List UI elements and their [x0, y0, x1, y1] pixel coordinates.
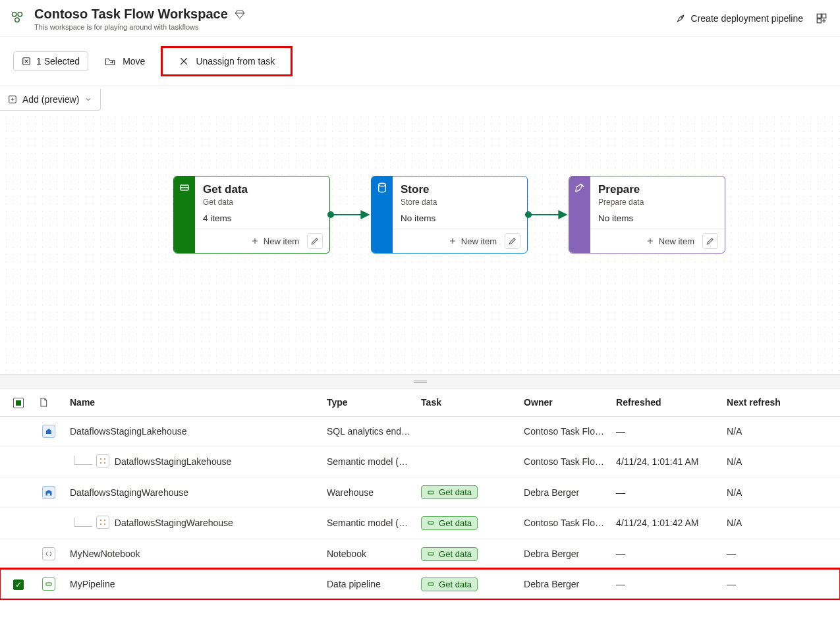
row-checkbox[interactable]: ✓: [13, 579, 24, 590]
panel-splitter[interactable]: [0, 374, 840, 389]
task-badge-icon: [427, 580, 435, 588]
card-title: Store: [401, 183, 519, 196]
svg-rect-5: [822, 14, 826, 18]
item-refreshed: 4/11/24, 1:01:41 AM: [611, 446, 721, 477]
item-type: Notebook: [322, 539, 416, 569]
card-subtitle: Get data: [203, 198, 322, 207]
card-stripe: [372, 176, 393, 253]
new-item-button[interactable]: New item: [448, 236, 497, 246]
table-row[interactable]: DataflowsStagingWarehouseWarehouseGet da…: [0, 477, 840, 508]
selection-toolbar: 1 Selected Move Unassign from task: [0, 37, 840, 86]
items-table: Name Type Task Owner Refreshed Next refr…: [0, 389, 840, 600]
select-all-checkbox[interactable]: [13, 398, 24, 408]
card-subtitle: Store data: [401, 198, 519, 207]
table-row[interactable]: DataflowsStagingLakehouseSQL analytics e…: [0, 417, 840, 446]
col-name[interactable]: Name: [65, 389, 322, 417]
col-task[interactable]: Task: [416, 389, 518, 417]
item-type-icon: [33, 569, 65, 599]
task-card-prepare[interactable]: Prepare Prepare data No items New item: [569, 176, 725, 254]
grip-icon: [414, 381, 427, 383]
task-badge-icon: [427, 489, 435, 496]
item-type-icon: [33, 477, 65, 508]
file-icon: [38, 396, 49, 408]
col-type[interactable]: Type: [322, 389, 416, 417]
edit-card-button[interactable]: [702, 233, 718, 249]
svg-rect-17: [428, 491, 434, 494]
card-item-count: 4 items: [203, 213, 322, 223]
workspace-header: Contoso Task Flow Workspace This workspa…: [0, 0, 840, 37]
rocket-icon: [675, 13, 686, 24]
create-deployment-pipeline-button[interactable]: Create deployment pipeline: [675, 13, 803, 24]
plus-icon: [646, 236, 655, 246]
item-name: DataflowsStagingLakehouse: [70, 426, 186, 437]
svg-point-20: [100, 523, 101, 525]
item-next-refresh: —: [721, 539, 820, 569]
svg-point-15: [100, 462, 101, 464]
table-header-row: Name Type Task Owner Refreshed Next refr…: [0, 389, 840, 417]
move-button[interactable]: Move: [99, 51, 150, 71]
plus-square-icon: [8, 95, 17, 104]
item-next-refresh: N/A: [721, 477, 820, 508]
pencil-icon: [310, 236, 320, 246]
col-refreshed[interactable]: Refreshed: [611, 389, 721, 417]
table-row[interactable]: DataflowsStagingLakehouseSemantic model …: [0, 446, 840, 477]
table-row[interactable]: MyNewNotebookNotebookGet dataDebra Berge…: [0, 539, 840, 569]
new-item-button[interactable]: New item: [646, 236, 694, 246]
svg-point-18: [100, 520, 101, 521]
item-refreshed: 4/11/24, 1:01:42 AM: [611, 508, 721, 539]
taskflow-canvas-section: Add (preview) Get data Get data 4 items: [0, 86, 840, 374]
database-icon: [376, 182, 388, 194]
table-row[interactable]: ✓MyPipelineData pipelineGet dataDebra Be…: [0, 569, 840, 599]
new-item-label: New item: [264, 236, 299, 246]
unassign-from-task-button[interactable]: Unassign from task: [167, 49, 287, 73]
workspace-title: Contoso Task Flow Workspace: [34, 7, 228, 22]
table-row[interactable]: DataflowsStagingWarehouseSemantic model …: [0, 508, 840, 539]
item-owner: Debra Berger: [518, 569, 611, 599]
item-owner: Contoso Task Flo…: [518, 417, 611, 446]
broom-icon: [574, 182, 586, 194]
svg-rect-22: [428, 522, 434, 524]
task-card-store[interactable]: Store Store data No items New item: [371, 176, 528, 254]
item-type-icon: [33, 417, 65, 446]
create-pipeline-label: Create deployment pipeline: [691, 13, 803, 24]
task-badge[interactable]: Get data: [421, 547, 478, 561]
item-type: Semantic model (…: [322, 446, 416, 477]
task-badge[interactable]: Get data: [421, 577, 478, 591]
workspace-subtitle: This workspace is for playing around wit…: [34, 23, 245, 31]
item-type: Warehouse: [322, 477, 416, 508]
card-title: Get data: [203, 183, 322, 196]
clear-selection-icon: [22, 57, 31, 66]
selection-count-label: 1 Selected: [36, 56, 80, 67]
edit-card-button[interactable]: [505, 233, 520, 249]
plus-icon: [448, 236, 457, 246]
add-preview-button[interactable]: Add (preview): [0, 89, 101, 111]
task-badge[interactable]: Get data: [421, 485, 478, 499]
plus-icon: [250, 236, 260, 246]
col-owner[interactable]: Owner: [518, 389, 611, 417]
task-badge-icon: [427, 550, 435, 558]
svg-point-3: [681, 16, 683, 18]
new-item-button[interactable]: New item: [250, 236, 299, 246]
task-badge[interactable]: Get data: [421, 516, 478, 530]
item-type: SQL analytics end…: [322, 417, 416, 446]
edit-card-button[interactable]: [307, 233, 323, 249]
item-refreshed: —: [611, 477, 721, 508]
taskflow-canvas[interactable]: Get data Get data 4 items New item: [0, 111, 840, 374]
col-next[interactable]: Next refresh: [721, 389, 820, 417]
item-type-icon: [33, 539, 65, 569]
item-type-icon: [33, 446, 65, 477]
item-next-refresh: N/A: [721, 417, 820, 446]
item-next-refresh: N/A: [721, 508, 820, 539]
item-type: Semantic model (…: [322, 508, 416, 539]
pencil-icon: [508, 236, 517, 246]
close-icon: [179, 56, 189, 67]
data-source-icon: [179, 182, 190, 194]
task-card-get-data[interactable]: Get data Get data 4 items New item: [173, 176, 330, 254]
new-item-label: New item: [659, 236, 694, 246]
selection-count-chip[interactable]: 1 Selected: [13, 51, 88, 71]
manage-view-button[interactable]: [814, 11, 829, 26]
item-owner: Contoso Task Flo…: [518, 508, 611, 539]
chevron-down-icon: [84, 95, 92, 103]
unassign-highlight: Unassign from task: [161, 46, 293, 76]
item-next-refresh: N/A: [721, 446, 820, 477]
